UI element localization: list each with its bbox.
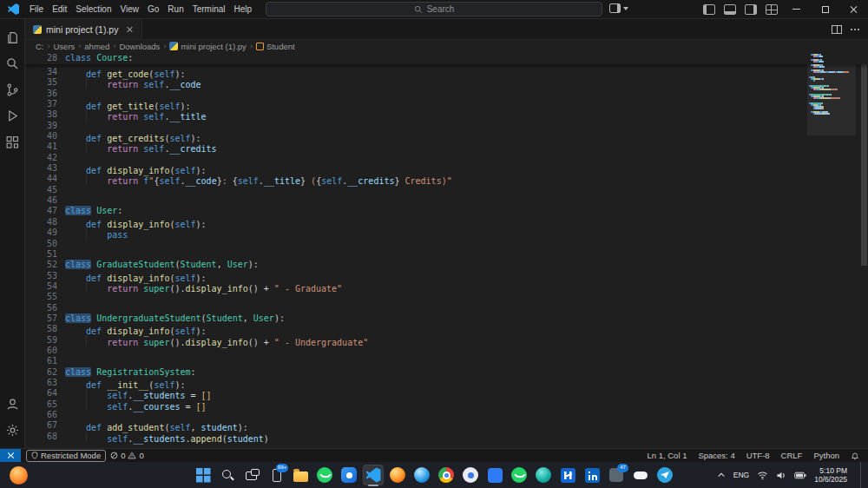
- breadcrumb-item[interactable]: Users: [54, 42, 76, 51]
- app-light-button[interactable]: [460, 465, 481, 485]
- code-text[interactable]: def display_info(self):: [65, 271, 207, 281]
- search-sidebar-icon[interactable]: [0, 50, 24, 76]
- maximize-button[interactable]: [811, 0, 839, 18]
- line-number[interactable]: 43: [25, 163, 65, 174]
- customize-layout-icon[interactable]: [766, 4, 778, 15]
- code-line[interactable]: 35return self.__code: [25, 77, 868, 88]
- phone-link-button[interactable]: 99+: [266, 465, 286, 485]
- toggle-panel-icon[interactable]: [724, 4, 736, 15]
- app-pill-button[interactable]: [630, 465, 651, 485]
- line-number[interactable]: 59: [25, 335, 65, 346]
- breadcrumb-item[interactable]: ahmed: [84, 42, 109, 51]
- code-line[interactable]: 37def get_title(self):: [25, 99, 868, 109]
- code-line[interactable]: 44return f"{self.__code}: {self.__title}…: [25, 174, 868, 184]
- whatsapp-button[interactable]: [314, 465, 335, 485]
- line-number[interactable]: 56: [25, 303, 65, 313]
- code-text[interactable]: class User:: [65, 206, 122, 216]
- line-number[interactable]: 52: [25, 260, 65, 270]
- menu-go[interactable]: Go: [143, 0, 163, 19]
- tab-mini-project[interactable]: mini project (1).py: [25, 19, 142, 39]
- line-number[interactable]: 47: [25, 206, 65, 216]
- more-actions-icon[interactable]: [851, 29, 852, 30]
- code-line[interactable]: 43def display_info(self):: [25, 163, 868, 174]
- line-number[interactable]: 65: [25, 399, 65, 410]
- layout-dropdown-button[interactable]: [609, 3, 628, 13]
- line-number[interactable]: 44: [25, 174, 65, 184]
- line-number[interactable]: 64: [25, 388, 65, 399]
- code-line[interactable]: 58def display_info(self):: [25, 324, 868, 334]
- code-text[interactable]: pass: [65, 228, 128, 238]
- line-number[interactable]: 39: [25, 121, 65, 131]
- code-line[interactable]: 61: [25, 356, 868, 366]
- code-editor[interactable]: 28class Course: 34def get_code(self):35r…: [25, 52, 868, 448]
- menu-edit[interactable]: Edit: [48, 0, 71, 19]
- language-mode[interactable]: Python: [813, 451, 839, 460]
- code-text[interactable]: class RegistrationSystem:: [65, 367, 196, 378]
- code-line[interactable]: 68self.__students.append(student): [25, 432, 868, 442]
- close-button[interactable]: [839, 0, 868, 18]
- code-line[interactable]: 38return self.__title: [25, 109, 868, 120]
- line-number[interactable]: 63: [25, 378, 65, 388]
- code-line[interactable]: 65self.__courses = []: [25, 399, 868, 410]
- line-number[interactable]: 46: [25, 195, 65, 206]
- tray-chevron-up-icon[interactable]: [717, 472, 726, 478]
- editor-scrollbar[interactable]: [859, 52, 868, 448]
- code-line[interactable]: 46: [25, 195, 868, 206]
- code-line[interactable]: 57class UndergraduateStudent(Student, Us…: [25, 313, 868, 324]
- line-number[interactable]: 41: [25, 142, 65, 152]
- code-text[interactable]: return super().display_info() + " - Grad…: [65, 281, 342, 292]
- breadcrumb-item[interactable]: Student: [256, 42, 295, 51]
- eol-sequence[interactable]: CRLF: [781, 451, 803, 460]
- app-square-blue-button[interactable]: [484, 465, 505, 485]
- show-desktop-button[interactable]: [860, 462, 865, 488]
- code-text[interactable]: def display_info(self):: [65, 217, 207, 228]
- code-text[interactable]: def get_title(self):: [65, 99, 191, 109]
- code-line[interactable]: 34def get_code(self):: [25, 67, 868, 77]
- explorer-icon[interactable]: [0, 24, 24, 50]
- line-number[interactable]: 61: [25, 356, 65, 366]
- breadcrumb-item[interactable]: mini project (1).py: [169, 42, 247, 51]
- code-line[interactable]: 40def get_credits(self):: [25, 131, 868, 142]
- code-text[interactable]: def display_info(self):: [65, 163, 207, 174]
- code-line[interactable]: 47class User:: [25, 206, 868, 216]
- toggle-secondary-sidebar-icon[interactable]: [745, 4, 757, 15]
- telegram-button[interactable]: [654, 465, 675, 485]
- line-number[interactable]: 60: [25, 346, 65, 356]
- sticky-scroll-line[interactable]: 28class Course:: [25, 52, 868, 64]
- restricted-mode-badge[interactable]: Restricted Mode: [26, 450, 106, 462]
- code-line[interactable]: 53def display_info(self):: [25, 271, 868, 281]
- line-number[interactable]: 42: [25, 153, 65, 163]
- code-text[interactable]: return f"{self.__code}: {self.__title} (…: [65, 174, 452, 184]
- code-text[interactable]: class GraduateStudent(Student, User):: [65, 260, 259, 270]
- app-gray-button[interactable]: 47: [606, 465, 627, 485]
- line-number[interactable]: 49: [25, 228, 65, 238]
- code-line[interactable]: 28class Course:: [25, 52, 868, 64]
- line-number[interactable]: 45: [25, 185, 65, 195]
- line-number[interactable]: 38: [25, 109, 65, 120]
- app-blue-button[interactable]: [339, 465, 359, 485]
- language-indicator[interactable]: ENG: [733, 471, 749, 479]
- line-number[interactable]: 57: [25, 313, 65, 324]
- problems-indicator[interactable]: 0 0: [106, 451, 148, 460]
- line-number[interactable]: 37: [25, 99, 65, 109]
- scrollbar-thumb[interactable]: [861, 52, 867, 266]
- line-number[interactable]: 50: [25, 239, 65, 249]
- encoding[interactable]: UTF-8: [746, 451, 770, 460]
- code-text[interactable]: def display_info(self):: [65, 324, 207, 334]
- line-number[interactable]: 66: [25, 410, 65, 420]
- code-text[interactable]: return self.__credits: [65, 142, 217, 152]
- code-text[interactable]: def get_credits(self):: [65, 131, 201, 142]
- code-line[interactable]: 59return super().display_info() + " - Un…: [25, 335, 868, 346]
- code-line[interactable]: 67def add_student(self, student):: [25, 420, 868, 431]
- minimize-button[interactable]: [782, 0, 811, 18]
- line-number[interactable]: 48: [25, 217, 65, 228]
- remote-indicator[interactable]: [0, 449, 21, 462]
- app-candy-button[interactable]: [387, 465, 408, 485]
- line-number[interactable]: 40: [25, 131, 65, 142]
- code-line[interactable]: 52class GraduateStudent(Student, User):: [25, 260, 868, 270]
- breadcrumb-item[interactable]: C:: [36, 42, 44, 51]
- code-line[interactable]: 48def display_info(self):: [25, 217, 868, 228]
- line-number[interactable]: 67: [25, 420, 65, 431]
- minimap-slider[interactable]: [807, 64, 856, 135]
- vscode-button[interactable]: [363, 465, 384, 485]
